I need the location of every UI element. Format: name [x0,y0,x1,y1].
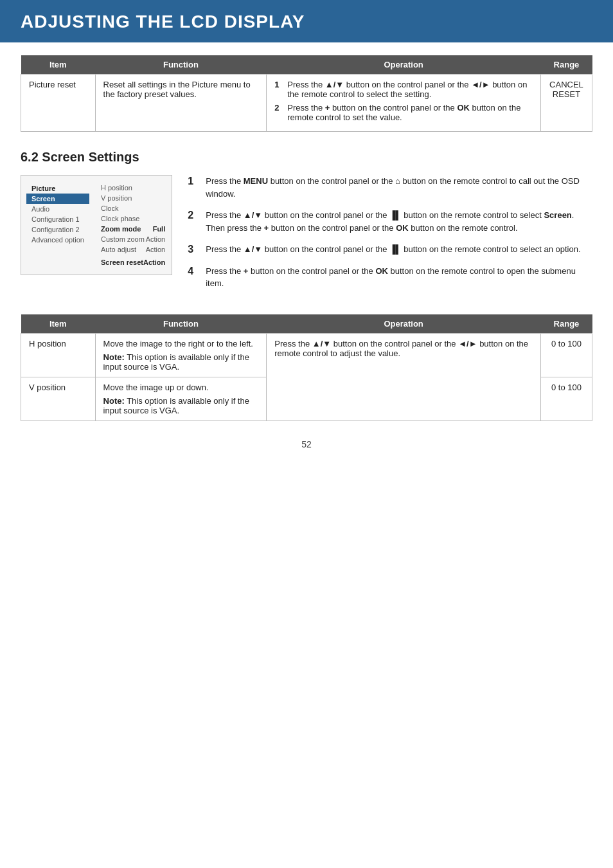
hpos-op-text: Press the ▲/▼ button on the control pane… [274,339,528,358]
step-4: 4 Press the + button on the control pane… [188,265,592,290]
op-text-2: Press the + button on the control panel … [287,103,533,122]
osd-right-screenreset: Screen reset Action [101,258,165,267]
osd-left-column: Picture Screen Audio Configuration 1 Con… [21,181,96,269]
osd-label-vposition: V position [101,194,132,202]
osd-label-hposition: H position [101,184,132,192]
osd-right-customzoom: Custom zoom Action [101,235,165,244]
op-num-2: 2 [274,103,283,122]
osd-section: Picture Screen Audio Configuration 1 Con… [21,175,592,299]
osd-label-clockphase: Clock phase [101,215,140,222]
osd-right-vposition: V position [101,194,165,203]
step-3: 3 Press the ▲/▼ button on the control pa… [188,243,592,256]
osd-label-zoommode: Zoom mode [101,225,141,233]
page-number: 52 [21,439,592,462]
step-1-text: Press the MENU button on the control pan… [206,175,592,200]
osd-value-customzoom: Action [146,235,166,243]
hpos-operation: Press the ▲/▼ button on the control pane… [267,333,541,420]
table-row-hpos: H position Move the image to the right o… [21,333,592,377]
osd-item-config1: Configuration 1 [26,214,89,224]
osd-menu: Picture Screen Audio Configuration 1 Con… [21,175,172,275]
hpos-function: Move the image to the right or to the le… [95,333,267,377]
vpos-item: V position [21,377,96,420]
t2-col-range: Range [540,314,592,334]
osd-value-zoommode: Full [153,225,166,233]
vpos-function-main: Move the image up or down. [103,383,259,392]
osd-right-clockphase: Clock phase [101,214,165,223]
osd-right-zoommode: Zoom mode Full [101,224,165,233]
osd-right-hposition: H position [101,183,165,192]
osd-item-audio: Audio [26,204,89,214]
col-header-function: Function [95,55,267,75]
osd-value-screenreset: Action [143,258,165,266]
t2-col-operation: Operation [267,314,541,334]
step-2-text: Press the ▲/▼ button on the control pane… [206,209,592,234]
osd-right-autoadjust: Auto adjust Action [101,245,165,254]
range-cell: CANCEL RESET [540,75,592,132]
vpos-function: Move the image up or down. Note: This op… [95,377,267,420]
osd-label-screenreset: Screen reset [101,258,143,266]
osd-item-advanced: Advanced option [26,235,89,245]
osd-right-column: H position V position Clock Clock phase [96,181,172,269]
function-cell: Reset all settings in the Picture menu t… [95,75,267,132]
osd-value-autoadjust: Action [146,246,166,253]
t2-col-item: Item [21,314,96,334]
step-4-num: 4 [188,266,199,277]
osd-label-customzoom: Custom zoom [101,235,145,243]
item-cell: Picture reset [21,75,96,132]
vpos-function-note: Note: This option is available only if t… [103,396,259,415]
osd-item-picture: Picture [26,183,89,194]
osd-columns: Picture Screen Audio Configuration 1 Con… [21,181,172,269]
hpos-range: 0 to 100 [540,333,592,377]
osd-item-config2: Configuration 2 [26,224,89,235]
op-text-1: Press the ▲/▼ button on the control pane… [287,80,533,99]
hpos-function-note: Note: This option is available only if t… [103,352,259,372]
picture-reset-table: Item Function Operation Range Picture re… [21,55,592,132]
page-header: ADJUSTING THE LCD DISPLAY [0,0,613,42]
osd-item-screen: Screen [26,194,89,204]
step-1-num: 1 [188,176,199,187]
table-row: Picture reset Reset all settings in the … [21,75,592,132]
t2-col-function: Function [95,314,267,334]
section-62-heading: 6.2 Screen Settings [21,150,592,165]
hpos-function-main: Move the image to the right or to the le… [103,339,259,348]
screen-settings-table: Item Function Operation Range H position… [21,314,592,421]
steps-column: 1 Press the MENU button on the control p… [188,175,592,299]
col-header-item: Item [21,55,96,75]
operation-cell: 1 Press the ▲/▼ button on the control pa… [267,75,541,132]
hpos-item: H position [21,333,96,377]
op-num-1: 1 [274,80,283,99]
step-1: 1 Press the MENU button on the control p… [188,175,592,200]
step-2: 2 Press the ▲/▼ button on the control pa… [188,209,592,234]
col-header-range: Range [540,55,592,75]
step-3-num: 3 [188,244,199,255]
col-header-operation: Operation [267,55,541,75]
osd-label-clock: Clock [101,204,119,212]
step-3-text: Press the ▲/▼ button on the control pane… [206,243,580,256]
osd-right-clock: Clock [101,204,165,213]
osd-label-autoadjust: Auto adjust [101,246,136,253]
vpos-range: 0 to 100 [540,377,592,420]
step-2-num: 2 [188,210,199,221]
step-4-text: Press the + button on the control panel … [206,265,592,290]
